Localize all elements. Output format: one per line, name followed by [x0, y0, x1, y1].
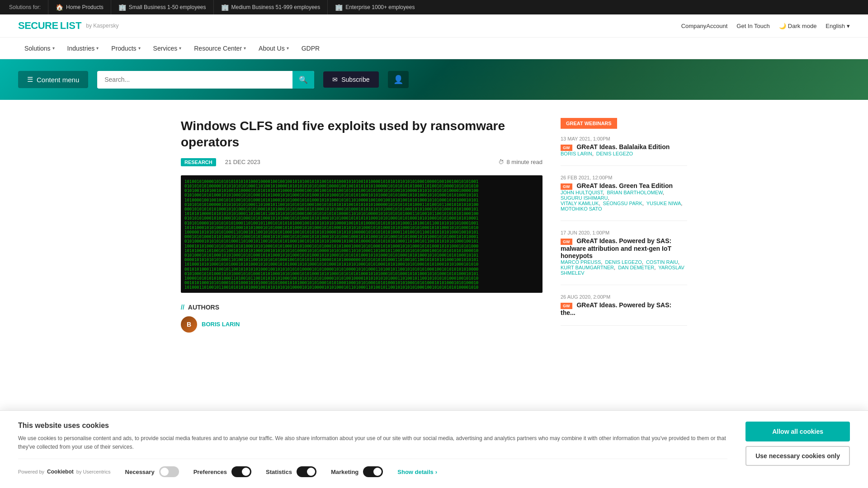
nav-products[interactable]: Products ▾	[105, 38, 146, 59]
user-icon: 👤	[393, 75, 403, 84]
webinar-author-link[interactable]: VITALY KAMLUK	[561, 201, 599, 206]
hamburger-icon: ☰	[27, 75, 33, 84]
binary-line: 1010001101001011001010101010001001010101…	[184, 285, 539, 289]
webinar-author-link[interactable]: YUSUKE NIWA	[646, 201, 681, 206]
webinar-author-link[interactable]: DAN DEMETER	[618, 265, 654, 270]
header-actions: CompanyAccount Get In Touch 🌙 Dark mode …	[681, 23, 850, 29]
webinar-author-link[interactable]: BRIAN BARTHOLOMEW	[607, 190, 662, 195]
nav-bar: Solutions ▾ Industries ▾ Products ▾ Serv…	[0, 38, 868, 59]
binary-line: 0101000101010001010100010101000101010001…	[184, 271, 539, 275]
webinar-author-link[interactable]: MOTOHIKO SATO	[561, 206, 602, 211]
binary-line: 1000010101010101000110100101100101010101…	[184, 276, 539, 280]
medium-business-label: Medium Business 51-999 employees	[231, 4, 321, 10]
webinar-tag: GW	[561, 239, 572, 245]
binary-line: 1010101000010101010101000110100101100101…	[184, 211, 539, 215]
binary-line: 0010101000101010001010100010101000101010…	[184, 280, 539, 284]
webinar-item: 17 JUN 2020, 1:00PM GW GReAT Ideas. Powe…	[561, 230, 687, 285]
medium-business-item[interactable]: 🏢 Medium Business 51-999 employees	[213, 0, 328, 14]
webinar-title[interactable]: GReAT Ideas. Powered by SAS: the...	[561, 301, 671, 316]
binary-line: 1000001010101010100011010010110010101010…	[184, 230, 539, 234]
chevron-down-icon: ▾	[96, 46, 99, 51]
binary-line: 1010100010101000101010001010100010101000…	[184, 225, 539, 229]
webinar-author-link[interactable]: BORIS LARIN	[561, 151, 592, 156]
binary-line: 0101010101000001010101010100011010010110…	[184, 202, 539, 206]
logo[interactable]: SECURELIST by Kaspersky	[18, 20, 118, 32]
company-account-link[interactable]: CompanyAccount	[681, 23, 728, 29]
binary-line: 1010000100100100101010010101000101010001…	[184, 197, 539, 202]
binary-line: 0101000101010001010100010101000101010001…	[184, 253, 539, 257]
author-item: B BORIS LARIN	[181, 316, 542, 333]
webinar-date: 17 JUN 2020, 1:00PM	[561, 230, 687, 235]
enterprise-item[interactable]: 🏢 Enterprise 1000+ employees	[327, 0, 422, 14]
nav-about-us[interactable]: About Us ▾	[252, 38, 295, 59]
binary-line: 0001010100010101000101010001010100010101…	[184, 234, 539, 238]
binary-line: 1010001010100010101000101010001010100010…	[184, 262, 539, 266]
user-account-button[interactable]: 👤	[388, 71, 409, 88]
home-icon: 🏠	[56, 4, 63, 11]
webinar-author-link[interactable]: SUGURU ISHIMARU	[561, 195, 608, 201]
binary-line: 0000101010101010001101001011001010101010…	[184, 257, 539, 261]
search-container: 🔍	[97, 71, 314, 89]
search-input[interactable]	[97, 71, 292, 88]
logo-by: by Kaspersky	[86, 23, 118, 29]
main-content: Windows CLFS and five exploits used by r…	[163, 100, 705, 351]
small-business-item[interactable]: 🏢 Small Business 1-50 employees	[111, 0, 213, 14]
nav-gdpr[interactable]: GDPR	[295, 38, 326, 59]
content-menu-button[interactable]: ☰ Content menu	[18, 71, 88, 88]
main-header: SECURELIST by Kaspersky CompanyAccount G…	[0, 14, 868, 38]
webinar-author-link[interactable]: DENIS LEGEZO	[596, 151, 633, 156]
article-area: Windows CLFS and five exploits used by r…	[181, 118, 542, 342]
webinar-tag: GW	[561, 303, 572, 309]
webinar-item: 13 MAY 2021, 1:00PM GW GReAT Ideas. Bala…	[561, 136, 687, 166]
logo-secure: SECURE	[18, 20, 58, 32]
search-button[interactable]: 🔍	[292, 71, 314, 89]
nav-services[interactable]: Services ▾	[147, 38, 188, 59]
webinar-author-link[interactable]: COSTIN RAIU	[646, 259, 678, 265]
authors-label: AUTHORS	[181, 304, 542, 311]
webinar-author-link[interactable]: JOHN HULTQUIST	[561, 190, 603, 195]
article-title: Windows CLFS and five exploits used by r…	[181, 118, 542, 151]
webinar-title[interactable]: GReAT Ideas. Green Tea Edition	[576, 182, 673, 189]
webinar-item: 26 FEB 2021, 12:00PM GW GReAT Ideas. Gre…	[561, 175, 687, 221]
author-avatar: B	[181, 316, 197, 333]
binary-line: 0101001010100101010010100001010101010101…	[184, 188, 539, 192]
binary-line: 1010100011010010110010101010100010010101…	[184, 248, 539, 252]
chevron-down-icon: ▾	[138, 46, 141, 51]
home-products-label: Home Products	[66, 4, 104, 10]
authors-section: AUTHORS B BORIS LARIN	[181, 304, 542, 333]
envelope-icon: ✉	[332, 76, 338, 83]
top-bar: Solutions for: 🏠 Home Products 🏢 Small B…	[0, 0, 868, 14]
nav-solutions[interactable]: Solutions ▾	[18, 38, 61, 59]
webinar-authors: MARCO PREUSS, DENIS LEGEZO, COSTIN RAIU,…	[561, 259, 687, 276]
nav-resource-center[interactable]: Resource Center ▾	[188, 38, 252, 59]
small-business-label: Small Business 1-50 employees	[129, 4, 206, 10]
home-products-item[interactable]: 🏠 Home Products	[48, 0, 111, 14]
webinar-date: 26 AUG 2020, 2:00PM	[561, 294, 687, 300]
binary-line: 0101010000101010101010001101001011001010…	[184, 221, 539, 225]
subscribe-button[interactable]: ✉ Subscribe	[323, 71, 378, 88]
medium-biz-icon: 🏢	[221, 4, 229, 11]
chevron-down-icon: ▾	[847, 23, 850, 29]
moon-icon: 🌙	[779, 23, 786, 29]
binary-line: 1000101010001010100010101000101010001010…	[184, 244, 539, 248]
webinar-title[interactable]: GReAT Ideas. Balalaika Edition	[576, 143, 670, 150]
language-selector[interactable]: English ▾	[826, 23, 850, 29]
dark-mode-button[interactable]: 🌙 Dark mode	[779, 23, 817, 29]
webinar-date: 13 MAY 2021, 1:00PM	[561, 136, 687, 141]
search-icon: 🔍	[299, 76, 308, 84]
article-meta: RESEARCH 21 DEC 2023 ⏱ 8 minute read	[181, 158, 542, 166]
binary-line: 0101010100010101000101010001010100010101…	[184, 216, 539, 220]
webinar-author-link[interactable]: DENIS LEGEZO	[605, 259, 642, 265]
get-in-touch-link[interactable]: Get In Touch	[736, 23, 769, 29]
nav-industries[interactable]: Industries ▾	[61, 38, 105, 59]
read-time: ⏱ 8 minute read	[498, 159, 543, 165]
author-name-link[interactable]: BORIS LARIN	[202, 321, 240, 328]
webinar-author-link[interactable]: KURT BAUMGARTNER	[561, 265, 614, 270]
chevron-down-icon: ▾	[52, 46, 55, 51]
chevron-down-icon: ▾	[179, 46, 181, 51]
webinar-title[interactable]: GReAT Ideas. Powered by SAS: malware att…	[561, 237, 671, 259]
webinar-author-link[interactable]: MARCO PREUSS	[561, 259, 601, 265]
clock-icon: ⏱	[498, 159, 504, 165]
webinar-author-link[interactable]: SEONGSU PARK	[603, 201, 642, 206]
webinar-authors: JOHN HULTQUIST, BRIAN BARTHOLOMEW, SUGUR…	[561, 190, 687, 211]
